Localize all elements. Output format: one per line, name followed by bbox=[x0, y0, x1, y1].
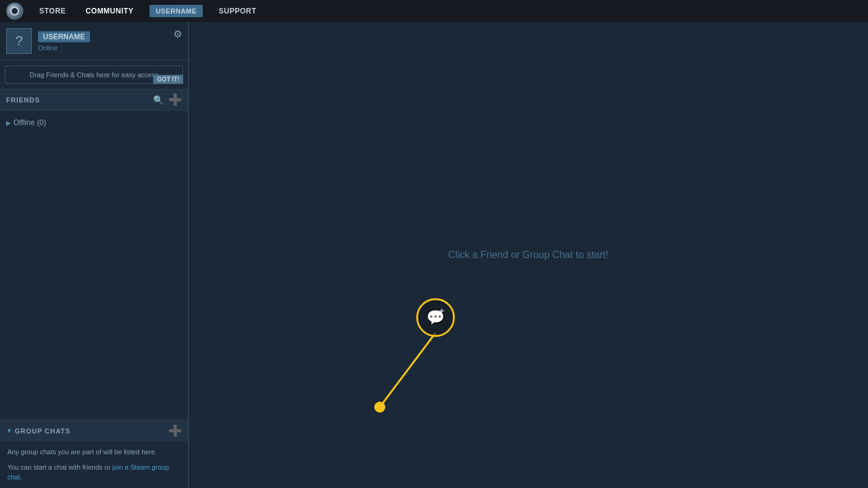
add-group-chat-icon[interactable]: ➕ bbox=[168, 424, 182, 438]
group-chats-desc2: You can start a chat with friends or joi… bbox=[7, 463, 181, 482]
nav-support[interactable]: SUPPORT bbox=[215, 4, 260, 18]
friends-header: FRIENDS 🔍 ➕ bbox=[0, 89, 188, 111]
user-status: Online bbox=[38, 44, 182, 51]
nav-community[interactable]: COMMUNITY bbox=[82, 4, 138, 18]
user-profile: ? USERNAME Online ⚙ bbox=[0, 22, 188, 61]
drag-hint-text: Drag Friends & Chats here for easy acces… bbox=[12, 71, 176, 78]
user-info: USERNAME Online bbox=[38, 31, 182, 51]
group-chats-desc2-text: You can start a chat with friends or bbox=[7, 463, 112, 471]
offline-group[interactable]: ▶ Offline (0) bbox=[6, 116, 182, 129]
svg-text:💬: 💬 bbox=[426, 308, 445, 326]
offline-label: Offline bbox=[13, 118, 34, 127]
avatar-question-icon: ? bbox=[15, 33, 23, 49]
svg-point-2 bbox=[417, 299, 454, 336]
svg-point-1 bbox=[374, 402, 385, 413]
group-chats-section: ▼ GROUP CHATS ➕ Any group chats you are … bbox=[0, 420, 188, 488]
steam-logo-inner bbox=[10, 7, 19, 15]
main-layout: ? USERNAME Online ⚙ Drag Friends & Chats… bbox=[0, 22, 868, 488]
add-friend-icon[interactable]: ➕ bbox=[168, 93, 182, 107]
offline-toggle-icon: ▶ bbox=[6, 120, 11, 126]
drag-hint-banner: Drag Friends & Chats here for easy acces… bbox=[5, 66, 183, 84]
settings-icon[interactable]: ⚙ bbox=[173, 28, 182, 40]
svg-text:+: + bbox=[439, 306, 444, 316]
top-navigation: STORE COMMUNITY USERNAME SUPPORT bbox=[0, 0, 868, 22]
steam-logo-circle bbox=[6, 2, 23, 20]
nav-store[interactable]: STORE bbox=[36, 4, 70, 18]
avatar: ? bbox=[6, 28, 32, 54]
svg-line-0 bbox=[380, 333, 436, 407]
group-chats-toggle-icon: ▼ bbox=[6, 427, 12, 434]
sidebar: ? USERNAME Online ⚙ Drag Friends & Chats… bbox=[0, 22, 189, 488]
chat-start-prompt: Click a Friend or Group Chat to start! bbox=[448, 250, 608, 261]
friends-title: FRIENDS bbox=[6, 96, 153, 104]
nav-username[interactable]: USERNAME bbox=[149, 5, 203, 17]
friends-list: ▶ Offline (0) bbox=[0, 111, 188, 420]
main-content: Click a Friend or Group Chat to start! 💬… bbox=[189, 22, 868, 488]
username-display: USERNAME bbox=[38, 31, 90, 42]
friends-search-icon[interactable]: 🔍 bbox=[153, 95, 164, 105]
group-chats-header[interactable]: ▼ GROUP CHATS ➕ bbox=[0, 421, 188, 441]
group-chats-info: Any group chats you are part of will be … bbox=[0, 441, 188, 488]
offline-count: (0) bbox=[37, 118, 46, 127]
group-chats-title: GROUP CHATS bbox=[15, 427, 168, 435]
steam-logo[interactable] bbox=[6, 2, 23, 20]
got-it-button[interactable]: GOT IT! bbox=[153, 75, 183, 84]
group-chats-desc1: Any group chats you are part of will be … bbox=[7, 448, 181, 457]
